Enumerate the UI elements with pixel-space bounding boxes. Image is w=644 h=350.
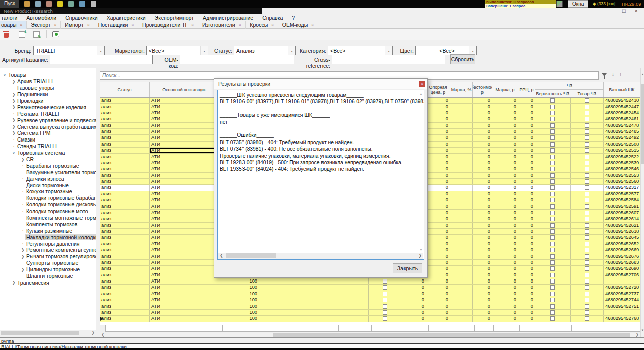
cell-tovar_chz[interactable]	[571, 260, 604, 265]
tab-Поставщики[interactable]: Поставщики×	[94, 21, 138, 29]
new-row-cell[interactable]	[604, 325, 640, 332]
expander-closed-icon[interactable]: ❯	[11, 105, 16, 109]
checkbox-unchecked[interactable]	[550, 292, 555, 296]
new-row-cell[interactable]	[223, 325, 263, 332]
checkbox-unchecked[interactable]	[585, 173, 589, 178]
cell-tovar_chz[interactable]	[571, 104, 604, 109]
marketer-select[interactable]: <Все>⌄	[146, 46, 208, 55]
scroll-right-icon[interactable]: ❯	[91, 330, 95, 335]
cross-reference-input[interactable]	[332, 55, 445, 64]
edit-record-icon[interactable]: ✎	[33, 31, 40, 38]
tree-item-Стенды TRIALLI[interactable]: ·Стенды TRIALLI	[0, 143, 96, 150]
cell-prob_chz[interactable]	[535, 135, 571, 141]
expander-open-icon[interactable]: ∨	[11, 151, 16, 155]
cell-prob_chz[interactable]	[535, 129, 571, 134]
cell-tovar_chz[interactable]	[571, 142, 604, 147]
add-record-icon[interactable]: +	[19, 31, 25, 38]
cell-tovar_chz[interactable]	[571, 135, 604, 141]
new-row-cell[interactable]	[263, 325, 338, 332]
cell-prob_chz[interactable]	[535, 260, 571, 265]
checkbox-unchecked[interactable]	[585, 135, 589, 140]
scroll-right-icon[interactable]: ❯	[635, 332, 639, 337]
new-row-cell[interactable]	[404, 325, 428, 332]
filter-icon[interactable]	[602, 73, 607, 76]
cell-prob_chz[interactable]	[535, 241, 571, 247]
tab-close-icon[interactable]: ×	[87, 23, 90, 27]
checkbox-unchecked[interactable]	[550, 266, 555, 271]
cell-tovar_chz[interactable]	[571, 116, 604, 122]
checkbox-unchecked[interactable]	[550, 211, 555, 215]
photo-icon[interactable]	[52, 31, 59, 37]
checkbox-unchecked[interactable]	[550, 279, 555, 284]
cell-tovar_chz[interactable]	[571, 278, 604, 284]
checkbox-unchecked[interactable]	[383, 304, 387, 309]
checkbox-unchecked[interactable]	[550, 155, 555, 159]
scroll-up-icon[interactable]: ▲	[641, 73, 644, 76]
tree-item-Цилиндры тормозные[interactable]: ❯Цилиндры тормозные	[0, 266, 96, 273]
expander-closed-icon[interactable]: ❯	[11, 118, 16, 122]
cell-tovar_chz[interactable]	[571, 310, 604, 315]
taskbar-app-icon[interactable]	[57, 1, 63, 7]
checkbox-unchecked[interactable]	[585, 292, 589, 296]
table-row[interactable]: ализАТИ100000004680295452737	[100, 291, 640, 297]
checkbox-unchecked[interactable]	[585, 235, 589, 240]
tree-item-Ремонтные комплекты суппортов тор[interactable]: ❯Ремонтные комплекты суппортов тор	[0, 247, 96, 253]
cell-prob_chz[interactable]	[535, 303, 571, 309]
taskbar-app-icon[interactable]	[24, 1, 30, 7]
tree-item-Подшипники[interactable]: ❯Подшипники	[0, 91, 96, 98]
scroll-left-icon[interactable]: ❮	[101, 332, 105, 337]
tree-item-Кожухи тормозные[interactable]: ·Кожухи тормозные	[0, 188, 96, 195]
column-header-бестоимос р[interactable]: бестоимос р	[473, 82, 492, 97]
column-menu-icon[interactable]: —	[627, 72, 632, 77]
scrollbar-thumb[interactable]	[1, 331, 79, 335]
table-row[interactable]: ализАТИ100000004680295452720	[100, 285, 640, 291]
tab-close-icon[interactable]: ×	[239, 23, 242, 27]
checkbox-unchecked[interactable]	[550, 217, 555, 221]
cell-tovar_chz[interactable]	[571, 303, 604, 309]
checkbox-unchecked[interactable]	[550, 198, 555, 202]
tree-item-Барабаны тормозные[interactable]: ·Барабаны тормозные	[0, 162, 96, 169]
tree-item-Накладки тормозной колодки[interactable]: ·Накладки тормозной колодки	[0, 234, 96, 240]
tab-close-icon[interactable]: ×	[271, 23, 274, 27]
taskbar-app-icon[interactable]	[35, 1, 41, 7]
scroll-right-icon[interactable]: ❯	[418, 253, 422, 258]
scrollbar-thumb[interactable]	[273, 333, 630, 337]
tab-Производители ТГ[interactable]: Производители ТГ×	[138, 21, 198, 29]
checkbox-unchecked[interactable]	[550, 111, 555, 115]
checkbox-unchecked[interactable]	[550, 142, 555, 147]
checkbox-unchecked[interactable]	[550, 223, 555, 228]
cell-prob_chz[interactable]	[535, 166, 571, 172]
tree-item-Рычаги тормозов регулировочные[interactable]: ❯Рычаги тормозов регулировочные	[0, 253, 96, 260]
cell-prob_chz[interactable]	[535, 203, 571, 209]
cell-prob_chz[interactable]	[535, 253, 571, 259]
tree-item-Товары[interactable]: ∨Товары	[0, 72, 96, 78]
cell-tovar_chz[interactable]	[571, 154, 604, 159]
checkbox-unchecked[interactable]	[550, 148, 555, 153]
checkbox-unchecked[interactable]	[585, 285, 589, 290]
cell-prob_chz[interactable]	[535, 285, 571, 290]
table-row[interactable]: ализАТИ100000004680295452744	[100, 297, 640, 303]
checkbox-unchecked[interactable]	[585, 273, 589, 277]
tab-close-icon[interactable]: ×	[54, 23, 57, 27]
menu-item-Справочники[interactable]: Справочники	[61, 15, 102, 21]
tab-ОЕМ-коды[interactable]: ОЕМ-коды×	[278, 21, 318, 29]
checkbox-unchecked[interactable]	[585, 298, 589, 302]
cell-tovar_chz[interactable]	[571, 216, 604, 222]
cell-tovar_chz[interactable]	[571, 129, 604, 134]
cell-prob_chz[interactable]	[535, 104, 571, 109]
cell-prob_chz[interactable]	[535, 223, 571, 228]
checkbox-unchecked[interactable]	[550, 254, 555, 259]
dialog-close-button[interactable]: Закрыть	[393, 263, 422, 273]
tab-close-icon[interactable]: ×	[311, 23, 314, 27]
table-row[interactable]: ализАТИ100000004680295452768	[100, 316, 640, 322]
checkbox-unchecked[interactable]	[550, 105, 555, 109]
cell-prob_chz[interactable]	[535, 148, 571, 153]
checkbox-unchecked[interactable]	[383, 279, 387, 284]
tab-close-icon[interactable]: ×	[20, 23, 23, 27]
checkbox-unchecked[interactable]	[585, 242, 589, 246]
checkbox-unchecked[interactable]	[585, 310, 589, 315]
cell-prob_chz[interactable]	[535, 116, 571, 122]
cell-tovar_chz[interactable]	[571, 210, 604, 216]
tree-item-Вакуумные усилители тормозов[interactable]: ·Вакуумные усилители тормозов	[0, 169, 96, 175]
close-button[interactable]: ×	[635, 8, 638, 14]
